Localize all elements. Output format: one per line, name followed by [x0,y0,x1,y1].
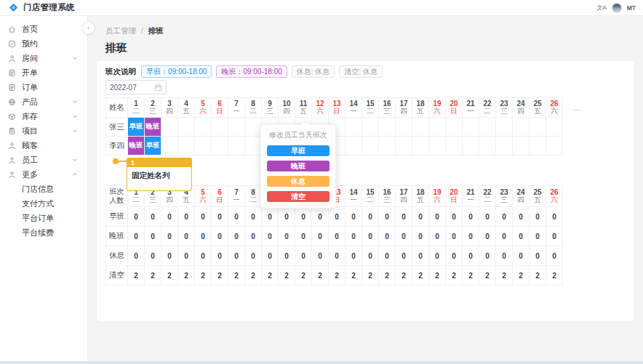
shift-cell[interactable] [245,118,262,137]
summary-value: 0 [463,207,479,227]
sidebar-item-projects[interactable]: 项目 [0,124,87,138]
shift-cell[interactable] [530,137,546,155]
shift-cell[interactable] [513,118,530,137]
day-column-header: 16三 [379,186,396,207]
shift-cell[interactable] [463,118,479,137]
breadcrumb-parent[interactable]: 员工管理 [105,26,136,35]
shift-chip[interactable]: 早班 [145,137,161,155]
shift-chip[interactable]: 早班 [128,118,144,136]
summary-value: 0 [346,207,362,227]
summary-value: 0 [195,227,212,246]
summary-value: 2 [295,266,312,286]
shift-cell[interactable] [178,118,195,137]
summary-value: 2 [479,266,496,286]
shift-cell[interactable] [513,137,530,155]
shift-cell[interactable] [346,137,362,155]
summary-value: 0 [479,227,496,246]
sidebar-item-rooms[interactable]: 房间 [0,51,87,65]
bottom-scrollbar[interactable] [0,361,643,364]
summary-value: 2 [279,266,295,286]
shift-chip[interactable]: 晚班 [128,137,144,155]
shift-cell[interactable]: 晚班 [145,118,161,137]
summary-value: 0 [161,246,178,266]
summary-value: 0 [496,207,513,227]
sidebar-subitem-store-info[interactable]: 门店信息 [0,182,87,196]
shift-cell[interactable] [429,118,446,137]
summary-value: 2 [446,266,463,286]
summary-value: 0 [412,246,429,266]
shift-cell[interactable] [379,137,396,155]
shift-cell[interactable] [429,137,446,155]
shift-cell[interactable] [178,137,195,155]
popup-button-clear[interactable]: 清空 [267,191,330,202]
shift-cell[interactable] [546,118,563,137]
sidebar-subitem-platform-orders[interactable]: 平台订单 [0,211,87,225]
shift-edit-popup-title: 修改员工当天班次 [267,130,330,140]
popup-button-morning[interactable]: 早班 [267,145,330,156]
user-avatar[interactable] [612,3,622,13]
sidebar-item-inventory[interactable]: 库存 [0,109,87,124]
shift-cell[interactable] [396,118,412,137]
sidebar-subitem-payment-methods[interactable]: 支付方式 [0,196,87,211]
shift-cell[interactable] [161,137,178,155]
shift-cell[interactable] [396,137,412,155]
sidebar-subitem-platform-renewal[interactable]: 平台续费 [0,225,87,240]
sidebar-item-products[interactable]: 产品 [0,94,87,109]
shift-cell[interactable] [228,118,245,137]
sidebar-item-billing[interactable]: 开单 [0,65,87,80]
shift-cell[interactable] [228,137,245,155]
shift-cell[interactable] [479,118,496,137]
summary-value: 0 [279,207,295,227]
summary-value: 0 [228,246,245,266]
sidebar-item-staff[interactable]: 员工 [0,153,87,167]
user-name: MT [627,4,636,12]
shift-cell[interactable] [245,137,262,155]
summary-value: 2 [362,266,379,286]
shift-cell[interactable] [379,118,396,137]
shift-cell[interactable] [362,118,379,137]
shift-cell[interactable] [195,137,212,155]
summary-value: 2 [178,266,195,286]
projects-icon [7,126,16,135]
shift-cell[interactable] [212,118,228,137]
shift-cell[interactable] [546,137,563,155]
sidebar-item-orders[interactable]: 订单 [0,80,87,94]
shift-cell[interactable] [346,118,362,137]
booking-icon [7,39,16,48]
language-switch-icon[interactable]: 文A [596,5,606,11]
summary-value: 0 [295,227,312,246]
shift-cell[interactable] [212,137,228,155]
shift-cell[interactable] [446,137,463,155]
sidebar-item-customers[interactable]: 顾客 [0,138,87,153]
shift-cell[interactable] [496,118,513,137]
breadcrumb: 员工管理 / 排班 [105,26,643,36]
sidebar-item-booking[interactable]: 预约 [0,36,87,51]
shift-cell[interactable]: 晚班 [128,137,145,155]
legend-badge-evening: 晚班：09:00-18:00 [216,65,287,78]
shift-cell[interactable]: 早班 [128,118,145,137]
sidebar-item-more[interactable]: 更多 [0,167,87,182]
summary-row-label: 清空 [106,266,128,286]
shift-cell[interactable] [463,137,479,155]
shift-cell[interactable] [530,118,546,137]
summary-value: 0 [262,207,279,227]
sidebar-collapse-button[interactable]: ‹ [82,22,95,34]
shift-cell[interactable] [479,137,496,155]
popup-button-evening[interactable]: 晚班 [267,161,330,171]
month-picker[interactable]: 2022-07 [105,80,167,94]
day-column-header: 7一 [228,186,245,207]
shift-cell[interactable] [195,118,212,137]
sidebar-item-home[interactable]: 首页 [0,22,87,36]
shift-cell[interactable] [412,118,429,137]
app-title: 门店管理系统 [23,2,75,13]
shift-cell[interactable]: 早班 [145,137,161,155]
shift-cell[interactable] [446,118,463,137]
shift-cell[interactable] [496,137,513,155]
shift-cell[interactable] [161,118,178,137]
summary-value: 0 [379,207,396,227]
summary-value: 0 [463,246,479,266]
shift-chip[interactable]: 晚班 [145,118,161,136]
popup-button-rest[interactable]: 休息 [267,176,330,187]
shift-cell[interactable] [362,137,379,155]
shift-cell[interactable] [412,137,429,155]
